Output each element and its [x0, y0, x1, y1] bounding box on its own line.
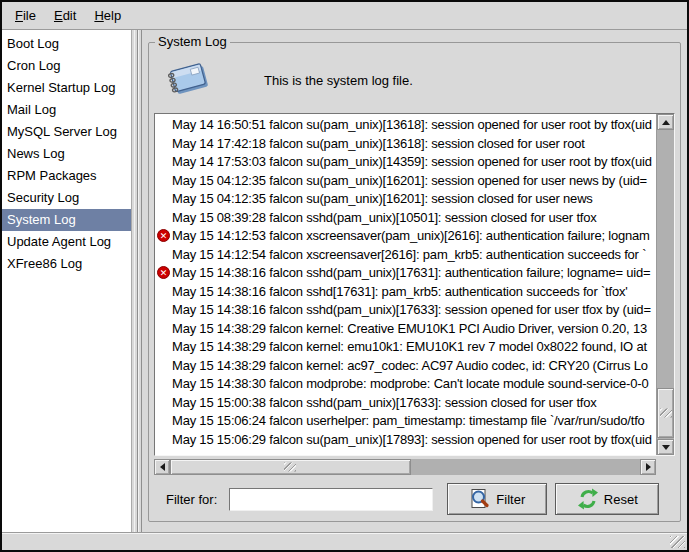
log-row[interactable]: May 15 14:12:53 falcon xscreensaver(pam_…: [155, 227, 656, 246]
log-row[interactable]: May 14 17:53:03 falcon su(pam_unix)[1435…: [155, 153, 656, 172]
log-row[interactable]: May 15 15:00:38 falcon sshd(pam_unix)[17…: [155, 394, 656, 413]
log-row[interactable]: May 15 04:12:35 falcon su(pam_unix)[1620…: [155, 190, 656, 209]
log-row-text: May 15 14:38:29 falcon kernel: emu10k1: …: [172, 339, 647, 354]
log-row-text: May 15 15:06:24 falcon userhelper: pam_t…: [172, 413, 645, 428]
menu-item[interactable]: Help: [85, 5, 130, 26]
log-row-text: May 15 14:38:30 falcon modprobe: modprob…: [172, 376, 648, 391]
horizontal-scroll-thumb[interactable]: [170, 459, 411, 475]
filter-input[interactable]: [229, 488, 433, 511]
sidebar-item[interactable]: RPM Packages: [2, 165, 131, 187]
log-row-text: May 15 14:38:16 falcon sshd[17631]: pam_…: [172, 284, 628, 299]
reset-button[interactable]: Reset: [555, 483, 659, 515]
log-viewer-window: File Edit Help Boot Log Cron Log Kernel …: [0, 0, 689, 552]
log-row[interactable]: May 15 14:38:16 falcon sshd(pam_unix)[17…: [155, 264, 656, 283]
log-row[interactable]: May 15 14:38:29 falcon kernel: Creative …: [155, 320, 656, 339]
content-area: Boot Log Cron Log Kernel Startup Log Mai…: [2, 29, 687, 532]
menu-item[interactable]: File: [6, 5, 45, 26]
filter-label: Filter for:: [166, 492, 217, 507]
log-row-text: May 15 14:38:16 falcon sshd(pam_unix)[17…: [172, 265, 650, 280]
sidebar-item[interactable]: Kernel Startup Log: [2, 77, 131, 99]
arrow-left-icon: [160, 463, 165, 471]
log-listbox: May 14 16:50:51 falcon su(pam_unix)[1361…: [154, 113, 675, 456]
arrow-up-icon: [662, 120, 670, 125]
filter-bar: Filter for: Filter: [154, 483, 675, 515]
log-row[interactable]: May 14 17:42:18 falcon su(pam_unix)[1361…: [155, 135, 656, 154]
frame-title: System Log: [155, 34, 230, 49]
status-bar: [2, 532, 687, 550]
vertical-scrollbar[interactable]: [657, 114, 674, 455]
log-row[interactable]: May 15 14:38:29 falcon kernel: ac97_code…: [155, 357, 656, 376]
sidebar-item[interactable]: XFree86 Log: [2, 253, 131, 275]
log-row[interactable]: May 15 14:12:54 falcon xscreensaver[2616…: [155, 246, 656, 265]
log-book-icon: [166, 60, 212, 100]
log-row-text: May 15 14:38:16 falcon sshd(pam_unix)[17…: [172, 302, 651, 317]
scroll-up-button[interactable]: [657, 114, 674, 130]
sidebar-item[interactable]: Security Log: [2, 187, 131, 209]
filter-button-label: Filter: [496, 492, 525, 507]
log-row[interactable]: May 15 15:06:29 falcon su(pam_unix)[1789…: [155, 431, 656, 450]
horizontal-scrollbar[interactable]: [154, 459, 656, 475]
log-type-sidebar: Boot Log Cron Log Kernel Startup Log Mai…: [2, 30, 132, 532]
error-icon: [157, 266, 170, 279]
log-description: This is the system log file.: [264, 73, 413, 88]
sidebar-item[interactable]: System Log: [2, 209, 131, 231]
filter-button[interactable]: Filter: [447, 483, 547, 515]
log-row-text: May 14 16:50:51 falcon su(pam_unix)[1361…: [172, 117, 652, 132]
log-list: May 14 16:50:51 falcon su(pam_unix)[1361…: [155, 114, 657, 455]
log-row-text: May 14 17:42:18 falcon su(pam_unix)[1361…: [172, 136, 585, 151]
log-row-text: May 15 08:39:28 falcon sshd(pam_unix)[10…: [172, 210, 597, 225]
reset-button-label: Reset: [604, 492, 638, 507]
scroll-left-button[interactable]: [154, 459, 170, 475]
refresh-arrows-icon: [577, 488, 599, 510]
log-row[interactable]: May 15 08:39:28 falcon sshd(pam_unix)[10…: [155, 209, 656, 228]
main-panel: System Log T: [142, 30, 687, 532]
sidebar-item[interactable]: Cron Log: [2, 55, 131, 77]
arrow-down-icon: [662, 445, 670, 450]
error-icon: [157, 229, 170, 242]
log-row[interactable]: May 15 14:38:16 falcon sshd[17631]: pam_…: [155, 283, 656, 302]
log-row-text: May 15 04:12:35 falcon su(pam_unix)[1620…: [172, 173, 647, 188]
log-row[interactable]: May 15 04:12:35 falcon su(pam_unix)[1620…: [155, 172, 656, 191]
pane-splitter-handle[interactable]: [132, 30, 142, 532]
sidebar-item[interactable]: Mail Log: [2, 99, 131, 121]
log-header: This is the system log file.: [154, 47, 675, 113]
log-row-text: May 15 14:12:54 falcon xscreensaver[2616…: [172, 247, 646, 262]
vertical-scroll-thumb[interactable]: [657, 388, 674, 438]
log-row-text: May 15 14:38:29 falcon kernel: Creative …: [172, 321, 647, 336]
log-row-text: May 15 14:38:29 falcon kernel: ac97_code…: [172, 358, 648, 373]
log-row-text: May 15 15:06:29 falcon su(pam_unix)[1789…: [172, 432, 652, 447]
menu-item[interactable]: Edit: [45, 5, 85, 26]
log-row[interactable]: May 15 14:38:16 falcon sshd(pam_unix)[17…: [155, 301, 656, 320]
log-row-text: May 15 15:00:38 falcon sshd(pam_unix)[17…: [172, 395, 597, 410]
log-row[interactable]: May 15 14:38:29 falcon kernel: emu10k1: …: [155, 338, 656, 357]
sidebar-item[interactable]: MySQL Server Log: [2, 121, 131, 143]
log-row[interactable]: May 15 14:38:30 falcon modprobe: modprob…: [155, 375, 656, 394]
log-row-text: May 15 04:12:35 falcon su(pam_unix)[1620…: [172, 191, 593, 206]
scroll-down-button[interactable]: [657, 439, 674, 455]
sidebar-item[interactable]: News Log: [2, 143, 131, 165]
arrow-right-icon: [646, 463, 651, 471]
menubar: File Edit Help: [2, 2, 687, 29]
log-row-text: May 15 14:12:53 falcon xscreensaver(pam_…: [172, 228, 650, 243]
search-document-icon: [469, 488, 491, 510]
scroll-right-button[interactable]: [640, 459, 656, 475]
sidebar-item[interactable]: Boot Log: [2, 33, 131, 55]
resize-grip[interactable]: [670, 536, 685, 548]
log-row[interactable]: May 15 15:06:24 falcon userhelper: pam_t…: [155, 412, 656, 431]
log-row[interactable]: May 14 16:50:51 falcon su(pam_unix)[1361…: [155, 116, 656, 135]
log-row-text: May 14 17:53:03 falcon su(pam_unix)[1435…: [172, 154, 652, 169]
system-log-frame: System Log T: [148, 42, 681, 522]
sidebar-item[interactable]: Update Agent Log: [2, 231, 131, 253]
